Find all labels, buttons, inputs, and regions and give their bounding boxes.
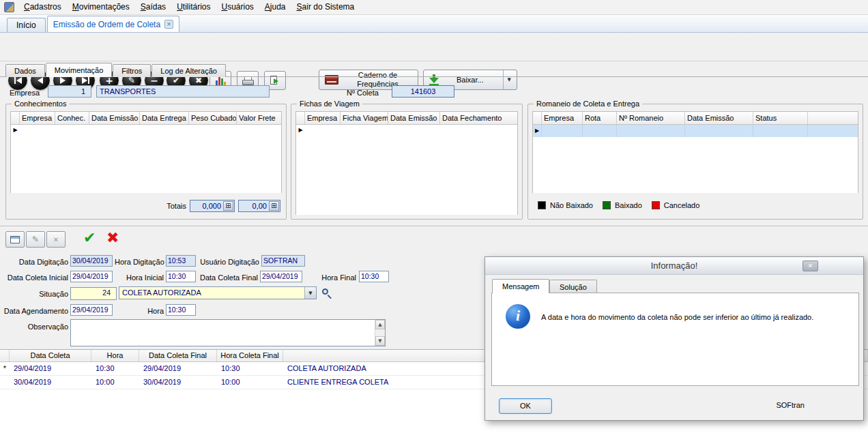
total-valor-field[interactable]: 0,00 ⊞ bbox=[238, 200, 280, 212]
menu-usuarios[interactable]: Usuários bbox=[216, 0, 259, 14]
hora-inicial-field[interactable]: 10:30 bbox=[166, 271, 196, 282]
memo-scrollbar[interactable]: ▲ ▼ bbox=[375, 320, 385, 346]
situacao-label: Situação bbox=[0, 289, 68, 299]
hora-digitacao-field[interactable]: 10:53 bbox=[166, 255, 196, 267]
hora-final-label: Hora Final bbox=[321, 273, 356, 283]
row-marker-icon: ▶ bbox=[11, 127, 20, 134]
cell-data-coleta-final: 29/04/2019 bbox=[139, 362, 217, 375]
cell-hora: 10:30 bbox=[91, 362, 139, 375]
col-header: Data Coleta Final bbox=[139, 350, 217, 361]
legend-label: Cancelado bbox=[664, 201, 700, 209]
document-tabstrip: Início Emissão de Ordem de Coleta × bbox=[0, 15, 868, 33]
situacao-codigo-field[interactable]: 24 bbox=[70, 287, 117, 300]
tab-inicio-label: Início bbox=[16, 20, 36, 30]
col-header: Data Emissão bbox=[89, 112, 140, 124]
menu-movimentacoes[interactable]: Movimentações bbox=[67, 0, 135, 14]
baixar-dropdown-icon[interactable]: ▼ bbox=[503, 70, 511, 89]
chevron-down-icon[interactable]: ▼ bbox=[304, 287, 316, 299]
magnifier-icon bbox=[322, 288, 328, 295]
edit-icon: ✎ bbox=[32, 235, 39, 244]
dialog-message: A data e hora do movimento da coleta não… bbox=[541, 312, 852, 323]
scroll-down-icon[interactable]: ▼ bbox=[375, 336, 385, 346]
menu-utilitarios[interactable]: Utilitários bbox=[171, 0, 216, 14]
col-header: Data Emissão bbox=[388, 112, 440, 124]
col-header: Hora bbox=[91, 350, 139, 361]
scroll-up-icon[interactable]: ▲ bbox=[375, 320, 385, 329]
cell-hora-coleta-final: 10:30 bbox=[217, 362, 283, 375]
menu-bar: Cadastros Movimentações Saídas Utilitári… bbox=[0, 0, 868, 15]
data-coleta-inicial-label: Data Coleta Inicial bbox=[0, 273, 68, 283]
tab-dados[interactable]: Dados bbox=[5, 64, 45, 77]
tab-movimentacao[interactable]: Movimentação bbox=[46, 63, 113, 77]
usuario-digitacao-field[interactable]: SOFTRAN bbox=[261, 255, 305, 267]
app-icon[interactable] bbox=[4, 2, 14, 12]
menu-sair[interactable]: Sair do Sistema bbox=[291, 0, 360, 14]
status-color-swatch bbox=[652, 201, 660, 209]
tab-emissao-ordem-coleta[interactable]: Emissão de Ordem de Coleta × bbox=[47, 16, 179, 32]
data-coleta-final-field[interactable]: 29/04/2019 bbox=[260, 271, 302, 282]
legend-nao-baixado: Não Baixado bbox=[538, 201, 593, 209]
observacao-memo[interactable]: ▲ ▼ bbox=[70, 319, 386, 346]
movement-delete-button[interactable]: ✕ bbox=[46, 231, 66, 248]
conhecimentos-groupbox: Conhecimentos Empresa Conhec. Data Emiss… bbox=[5, 104, 287, 220]
total-valor-value: 0,00 bbox=[252, 202, 267, 210]
tab-filtros[interactable]: Filtros bbox=[113, 64, 151, 77]
data-coleta-inicial-field[interactable]: 29/04/2019 bbox=[70, 271, 113, 282]
status-color-swatch bbox=[538, 201, 546, 209]
dialog-tab-solucao[interactable]: Solução bbox=[549, 280, 597, 293]
col-header: Valor Frete bbox=[237, 112, 281, 124]
col-header: Hora Coleta Final bbox=[217, 350, 283, 361]
calculator-icon[interactable]: ⊞ bbox=[269, 201, 279, 211]
dialog-brand: SOFtran bbox=[776, 401, 805, 409]
data-digitacao-label: Data Digitação bbox=[0, 257, 68, 267]
total-peso-field[interactable]: 0,000 ⊞ bbox=[190, 200, 235, 212]
row-edit-marker: * bbox=[0, 362, 10, 375]
conhecimentos-grid[interactable]: Empresa Conhec. Data Emissão Data Entreg… bbox=[10, 111, 282, 193]
col-header: Empresa bbox=[305, 112, 341, 124]
col-header: Status bbox=[753, 112, 808, 124]
status-legend: Não Baixado Baixado Cancelado bbox=[538, 201, 699, 209]
legend-cancelado: Cancelado bbox=[652, 201, 700, 209]
totais-label: Totais bbox=[167, 202, 186, 210]
application-window: Cadastros Movimentações Saídas Utilitári… bbox=[0, 0, 868, 446]
menu-cadastros[interactable]: Cadastros bbox=[18, 0, 67, 14]
tab-log-alteracao[interactable]: Log de Alteração bbox=[151, 64, 226, 77]
col-header: Empresa bbox=[20, 112, 55, 124]
close-tab-icon[interactable]: × bbox=[164, 20, 173, 29]
hora-final-field[interactable]: 10:30 bbox=[359, 271, 389, 282]
nav-prev-icon bbox=[38, 77, 43, 84]
coleta-numero-field[interactable]: 141603 bbox=[392, 85, 454, 98]
fichas-grid[interactable]: Empresa Ficha Viagem Data Emissão Data F… bbox=[295, 111, 518, 215]
menu-ajuda[interactable]: Ajuda bbox=[259, 0, 291, 14]
romaneio-groupbox: Romaneio de Coleta e Entrega Empresa Rot… bbox=[527, 104, 863, 220]
dialog-close-button[interactable]: ✕ bbox=[802, 261, 818, 271]
tab-emissao-label: Emissão de Ordem de Coleta bbox=[53, 20, 160, 29]
hora-agendamento-field[interactable]: 10:30 bbox=[166, 304, 196, 316]
menu-saidas[interactable]: Saídas bbox=[135, 0, 171, 14]
empresa-code-field[interactable]: 1 bbox=[48, 85, 91, 98]
data-coleta-final-label: Data Coleta Final bbox=[194, 273, 258, 283]
movement-view-button[interactable] bbox=[5, 231, 25, 248]
data-agendamento-field[interactable]: 29/04/2019 bbox=[70, 304, 113, 316]
col-header: Data Entrega bbox=[140, 112, 189, 124]
romaneio-selected-row[interactable]: ▶ bbox=[533, 125, 858, 137]
totais-row: Totais 0,000 ⊞ 0,00 ⊞ bbox=[167, 200, 280, 212]
movement-edit-button[interactable]: ✎ bbox=[26, 231, 45, 248]
situacao-combo[interactable]: COLETA AUTORIZADA ▼ bbox=[119, 286, 317, 299]
magnifier-handle bbox=[328, 295, 332, 299]
romaneio-grid[interactable]: Empresa Rota Nº Romaneio Data Emissão St… bbox=[532, 111, 858, 193]
total-peso-value: 0,000 bbox=[202, 202, 221, 210]
data-digitacao-field[interactable]: 30/04/2019 bbox=[70, 255, 113, 267]
dialog-ok-button[interactable]: OK bbox=[499, 398, 552, 414]
situacao-search-button[interactable] bbox=[321, 288, 333, 299]
info-icon: i bbox=[506, 304, 530, 329]
movement-confirm-button[interactable]: ✔ bbox=[83, 229, 96, 247]
informacao-dialog: Informação! ✕ Mensagem Solução i A data … bbox=[484, 256, 864, 421]
movement-cancel-button[interactable]: ✖ bbox=[106, 229, 119, 247]
dialog-tab-mensagem[interactable]: Mensagem bbox=[492, 279, 549, 293]
romaneio-title: Romaneio de Coleta e Entrega bbox=[534, 99, 642, 108]
row-marker-icon: ▶ bbox=[296, 127, 305, 134]
empresa-nome-field[interactable]: TRANSPORTES bbox=[96, 85, 270, 98]
tab-inicio[interactable]: Início bbox=[7, 18, 46, 32]
calculator-icon[interactable]: ⊞ bbox=[223, 201, 233, 211]
